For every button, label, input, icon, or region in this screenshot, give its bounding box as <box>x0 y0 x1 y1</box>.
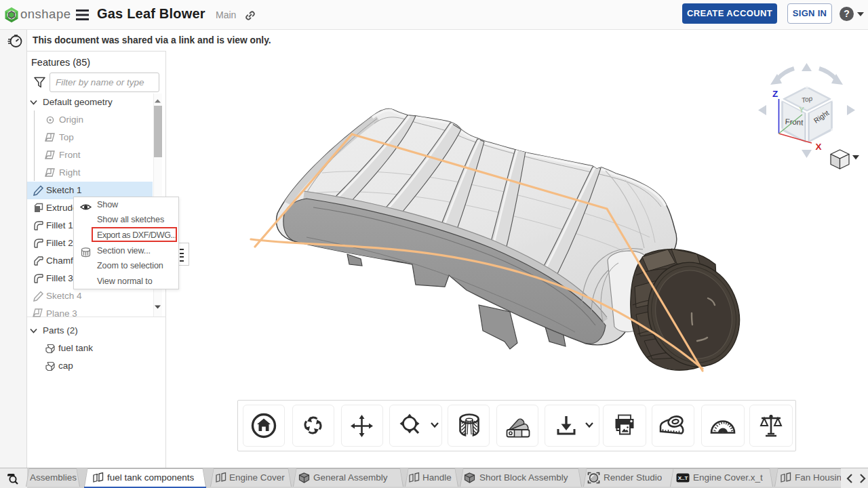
svg-text:X: X <box>815 142 821 152</box>
svg-text:Z: Z <box>772 89 778 99</box>
svg-text:X..T: X..T <box>678 475 688 481</box>
svg-text:Front: Front <box>785 117 804 126</box>
svg-text:Y: Y <box>799 106 804 114</box>
